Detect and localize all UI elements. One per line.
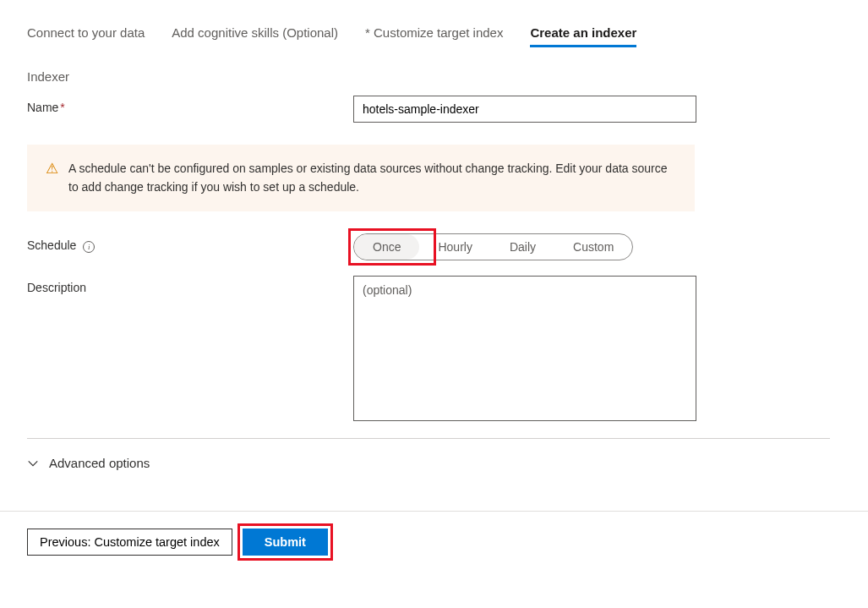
section-title: Indexer bbox=[27, 69, 841, 84]
schedule-option-hourly[interactable]: Hourly bbox=[419, 234, 490, 260]
required-asterisk: * bbox=[60, 101, 64, 114]
tab-connect-data[interactable]: Connect to your data bbox=[27, 25, 145, 47]
schedule-label: Schedule i bbox=[27, 233, 353, 252]
warning-icon: ⚠ bbox=[46, 160, 58, 196]
footer: Previous: Customize target index Submit bbox=[0, 512, 868, 572]
warning-text: A schedule can't be configured on sample… bbox=[68, 160, 676, 196]
advanced-options-toggle[interactable]: Advanced options bbox=[27, 449, 841, 477]
submit-button[interactable]: Submit bbox=[243, 529, 328, 556]
description-textarea[interactable] bbox=[353, 276, 696, 421]
tab-create-indexer[interactable]: Create an indexer bbox=[530, 25, 636, 47]
tab-customize-index[interactable]: * Customize target index bbox=[365, 25, 503, 47]
schedule-warning: ⚠ A schedule can't be configured on samp… bbox=[27, 145, 695, 211]
name-input[interactable] bbox=[353, 96, 696, 123]
info-icon[interactable]: i bbox=[83, 241, 95, 253]
schedule-option-once[interactable]: Once bbox=[354, 234, 419, 260]
wizard-tabs: Connect to your data Add cognitive skill… bbox=[27, 25, 841, 47]
previous-button[interactable]: Previous: Customize target index bbox=[27, 529, 232, 556]
divider bbox=[27, 438, 830, 439]
schedule-option-daily[interactable]: Daily bbox=[491, 234, 554, 260]
chevron-down-icon bbox=[27, 457, 39, 469]
schedule-selector: Once Hourly Daily Custom bbox=[353, 233, 633, 260]
tab-cognitive-skills[interactable]: Add cognitive skills (Optional) bbox=[172, 25, 338, 47]
description-label: Description bbox=[27, 276, 353, 294]
name-label: Name* bbox=[27, 96, 353, 114]
schedule-option-custom[interactable]: Custom bbox=[554, 234, 632, 260]
advanced-options-label: Advanced options bbox=[49, 456, 150, 470]
